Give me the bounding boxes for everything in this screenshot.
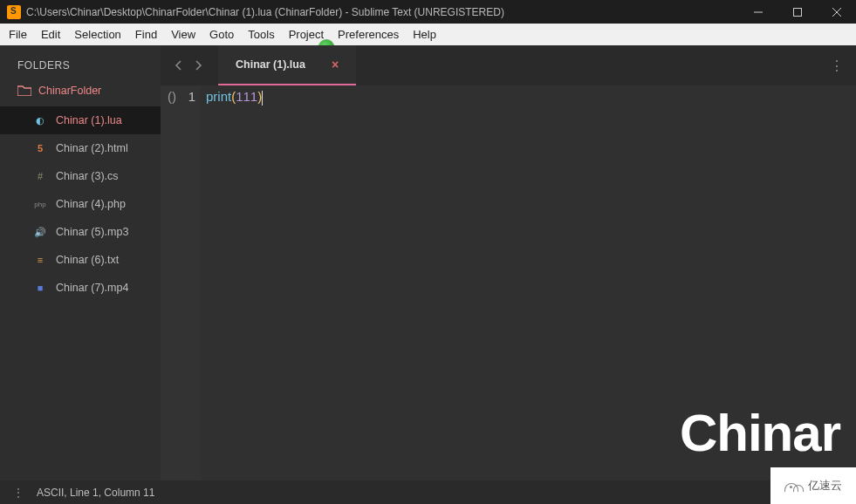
tab-label: Chinar (1).lua bbox=[236, 58, 305, 71]
tab-bar: Chinar (1).lua × ⋮ bbox=[161, 45, 856, 85]
yisu-label: 亿速云 bbox=[808, 478, 842, 494]
menu-help[interactable]: Help bbox=[406, 24, 443, 45]
line-number: 1 bbox=[183, 85, 201, 480]
file-row-mp3[interactable]: 🔊 Chinar (5).mp3 bbox=[0, 218, 161, 246]
file-row-php[interactable]: php Chinar (4).php bbox=[0, 190, 161, 218]
svg-rect-1 bbox=[793, 8, 801, 16]
status-menu-button[interactable]: ⋮ bbox=[12, 486, 24, 500]
yisu-watermark: 亿速云 bbox=[770, 467, 856, 504]
file-row-mp4[interactable]: ■ Chinar (7).mp4 bbox=[0, 274, 161, 302]
file-label: Chinar (4).php bbox=[56, 198, 126, 210]
folder-label: ChinarFolder bbox=[38, 85, 101, 97]
file-label: Chinar (1).lua bbox=[56, 114, 122, 126]
file-label: Chinar (3).cs bbox=[56, 170, 119, 182]
menu-project[interactable]: Project bbox=[282, 24, 331, 45]
minimize-button[interactable] bbox=[738, 0, 777, 24]
chevron-left-icon bbox=[175, 60, 181, 71]
file-row-cs[interactable]: # Chinar (3).cs bbox=[0, 162, 161, 190]
sidebar-header: FOLDERS bbox=[0, 54, 161, 80]
close-icon bbox=[832, 8, 841, 17]
chevron-right-icon bbox=[195, 60, 202, 71]
minimize-icon bbox=[754, 8, 763, 17]
menu-tools[interactable]: Tools bbox=[241, 24, 281, 45]
tab-close-button[interactable]: × bbox=[332, 58, 339, 72]
file-row-lua[interactable]: ◐ Chinar (1).lua bbox=[0, 106, 161, 134]
sidebar: FOLDERS ChinarFolder ◐ Chinar (1).lua 5 … bbox=[0, 45, 161, 480]
menu-file[interactable]: File bbox=[2, 24, 34, 45]
html-icon: 5 bbox=[33, 141, 47, 155]
cloud-icon bbox=[784, 480, 804, 492]
gutter-symbol: () bbox=[161, 85, 183, 480]
file-row-html[interactable]: 5 Chinar (2).html bbox=[0, 134, 161, 162]
menu-find[interactable]: Find bbox=[128, 24, 164, 45]
window-controls bbox=[738, 0, 856, 24]
window-title: C:\Users\Chinar\Desktop\ChinarFolder\Chi… bbox=[26, 6, 738, 18]
folder-icon bbox=[17, 85, 31, 96]
menu-preferences[interactable]: Preferences bbox=[331, 24, 406, 45]
status-left: ⋮ ASCII, Line 1, Column 11 bbox=[12, 486, 154, 500]
code-area[interactable]: () 1 print(111) Chinar bbox=[161, 85, 856, 480]
token-fn: print bbox=[206, 89, 231, 104]
status-bar: ⋮ ASCII, Line 1, Column 11 Tab Size: 4 bbox=[0, 480, 856, 504]
php-icon: php bbox=[33, 197, 47, 211]
maximize-icon bbox=[793, 8, 802, 17]
hash-icon: # bbox=[33, 169, 47, 183]
text-caret bbox=[262, 91, 263, 106]
menu-edit[interactable]: Edit bbox=[34, 24, 67, 45]
workspace: FOLDERS ChinarFolder ◐ Chinar (1).lua 5 … bbox=[0, 45, 856, 480]
file-list: ◐ Chinar (1).lua 5 Chinar (2).html # Chi… bbox=[0, 101, 161, 302]
tab-chinar-lua[interactable]: Chinar (1).lua × bbox=[218, 45, 356, 85]
menu-view[interactable]: View bbox=[164, 24, 202, 45]
tab-overflow-button[interactable]: ⋮ bbox=[830, 58, 844, 74]
app-icon bbox=[7, 5, 21, 19]
lua-icon: ◐ bbox=[33, 113, 47, 127]
file-label: Chinar (5).mp3 bbox=[56, 226, 128, 238]
token-number: 111 bbox=[236, 89, 257, 104]
audio-icon: 🔊 bbox=[33, 225, 47, 239]
file-label: Chinar (6).txt bbox=[56, 254, 119, 266]
close-button[interactable] bbox=[817, 0, 856, 24]
text-icon: ≡ bbox=[33, 253, 47, 267]
file-row-txt[interactable]: ≡ Chinar (6).txt bbox=[0, 246, 161, 274]
menu-bar: File Edit Selection Find View Goto Tools… bbox=[0, 24, 856, 45]
nav-forward-button[interactable] bbox=[189, 56, 209, 75]
title-bar: C:\Users\Chinar\Desktop\ChinarFolder\Chi… bbox=[0, 0, 856, 24]
video-icon: ■ bbox=[33, 281, 47, 295]
nav-back-button[interactable] bbox=[168, 56, 188, 75]
file-label: Chinar (2).html bbox=[56, 142, 128, 154]
editor-pane: Chinar (1).lua × ⋮ () 1 print(111) China… bbox=[161, 45, 856, 480]
status-position[interactable]: ASCII, Line 1, Column 11 bbox=[37, 487, 154, 499]
menu-goto[interactable]: Goto bbox=[202, 24, 241, 45]
sidebar-folder-root[interactable]: ChinarFolder bbox=[0, 80, 161, 101]
maximize-button[interactable] bbox=[777, 0, 817, 24]
code-body[interactable]: print(111) bbox=[201, 85, 856, 480]
menu-selection[interactable]: Selection bbox=[67, 24, 127, 45]
file-label: Chinar (7).mp4 bbox=[56, 282, 128, 294]
